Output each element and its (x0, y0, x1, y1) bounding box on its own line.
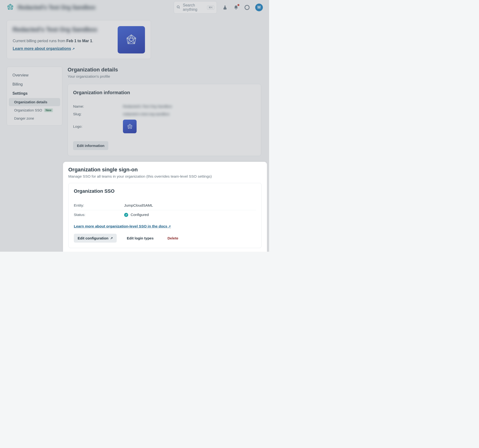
external-link-icon: ↗ (110, 236, 113, 240)
sidebar-sub-org-details[interactable]: Organization details (9, 98, 60, 106)
help-icon[interactable] (244, 5, 250, 10)
row-logo: Logo: (73, 118, 256, 135)
external-link-icon: ↗ (72, 47, 75, 51)
edit-login-types-button[interactable]: Edit login types (123, 234, 157, 243)
search-input[interactable]: Search anything ⌘K (174, 1, 217, 14)
check-circle-icon (124, 213, 128, 217)
app-logo-icon[interactable] (6, 3, 14, 12)
org-info-heading: Organization information (73, 90, 256, 95)
org-name-value: Redacted's Test Org Sandbox (123, 104, 172, 109)
topbar: Redacted's Test Org Sandbox Search anyth… (0, 0, 269, 15)
row-status: Status: Configured (74, 210, 256, 219)
delete-button[interactable]: Delete (164, 234, 182, 243)
sso-section-title: Organization single sign-on (68, 167, 262, 173)
row-slug: Slug: redacted-s-test-org-sandbox (73, 110, 256, 118)
external-link-icon: ↗ (168, 225, 171, 228)
content-area: Organization details Your organization's… (67, 67, 269, 156)
row-entity: Entity: JumpCloudSAML (74, 201, 256, 210)
edit-configuration-button[interactable]: Edit configuration ↗ (74, 234, 117, 243)
entity-value: JumpCloudSAML (124, 203, 153, 207)
org-logo-small (123, 120, 137, 133)
row-name: Name: Redacted's Test Org Sandbox (73, 103, 256, 110)
svg-point-1 (245, 5, 249, 10)
search-shortcut: ⌘K (207, 6, 214, 10)
sidebar-sub-danger-zone[interactable]: Danger zone (9, 114, 60, 122)
learn-orgs-link[interactable]: Learn more about organizations↗ (13, 47, 75, 51)
search-icon (176, 5, 180, 10)
billing-period-text: Current billing period runs from Feb 1 t… (13, 39, 118, 43)
sso-card-heading: Organization SSO (74, 188, 256, 194)
org-logo-large (118, 26, 145, 53)
org-header-card: Redacted's Test Org Sandbox Current bill… (7, 20, 151, 59)
sidebar-sub-org-sso[interactable]: Organization SSO New (9, 106, 60, 114)
sidebar-item-overview[interactable]: Overview (9, 71, 60, 80)
bell-icon[interactable] (233, 5, 239, 10)
sso-section-subtitle: Manage SSO for all teams in your organiz… (68, 174, 262, 179)
page-subtitle: Your organization's profile (67, 74, 262, 79)
page-title: Organization details (67, 67, 262, 73)
edit-information-button[interactable]: Edit information (73, 141, 108, 150)
org-slug-value: redacted-s-test-org-sandbox (123, 112, 170, 116)
search-placeholder: Search anything (183, 3, 205, 12)
avatar[interactable]: M (255, 4, 263, 11)
notification-dot (238, 4, 240, 6)
sso-card: Organization SSO Entity: JumpCloudSAML S… (68, 183, 262, 248)
sso-panel: Organization single sign-on Manage SSO f… (63, 162, 267, 252)
svg-point-0 (177, 6, 179, 8)
new-badge: New (44, 108, 53, 112)
breadcrumb-org-name[interactable]: Redacted's Test Org Sandbox (18, 4, 96, 11)
flask-icon[interactable] (222, 5, 228, 10)
sidebar-item-settings[interactable]: Settings (9, 89, 60, 98)
sidebar-item-billing[interactable]: Billing (9, 80, 60, 89)
settings-sidebar: Overview Billing Settings Organization d… (7, 67, 62, 126)
sso-docs-link[interactable]: Learn more about organization-level SSO … (74, 224, 171, 228)
org-info-card: Organization information Name: Redacted'… (67, 84, 261, 156)
status-value: Configured (131, 213, 149, 217)
org-title: Redacted's Test Org Sandbox (13, 26, 118, 33)
